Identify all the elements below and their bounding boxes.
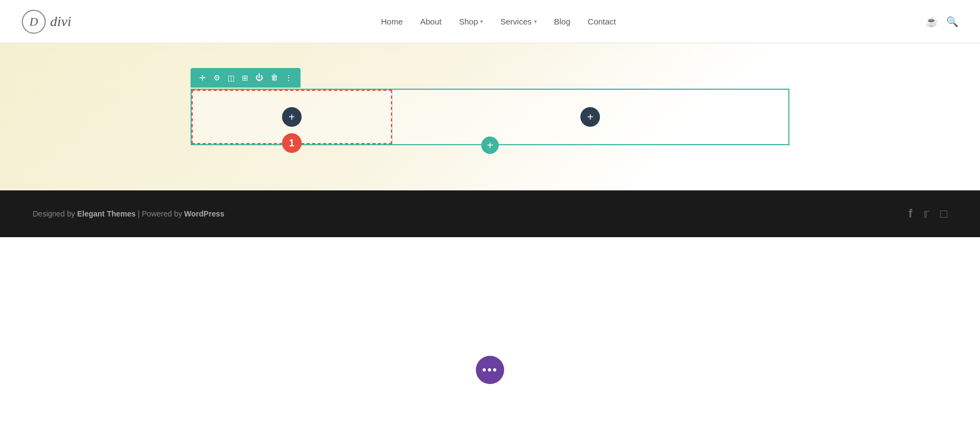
- header: D divi Home About Shop ▾ Services ▾ Blog…: [0, 0, 980, 44]
- nav-services[interactable]: Services ▾: [500, 17, 537, 26]
- elegant-themes-link[interactable]: Elegant Themes: [77, 209, 136, 218]
- nav-about[interactable]: About: [420, 17, 442, 26]
- add-row-button[interactable]: +: [481, 137, 499, 154]
- shop-chevron-icon: ▾: [480, 18, 483, 24]
- instagram-icon[interactable]: □: [940, 207, 947, 221]
- logo-text: divi: [50, 14, 71, 30]
- footer-text: Designed by Elegant Themes | Powered by …: [33, 209, 224, 218]
- column-left[interactable]: + 1: [192, 90, 392, 144]
- bottom-area: •••: [0, 237, 980, 400]
- step-badge: 1: [282, 133, 302, 153]
- header-divider: [0, 42, 980, 43]
- header-icons: ☕ 🔍: [926, 16, 958, 28]
- logo-icon: D: [22, 10, 46, 34]
- delete-icon[interactable]: 🗑: [268, 71, 281, 84]
- search-icon[interactable]: 🔍: [946, 16, 958, 28]
- main-nav: Home About Shop ▾ Services ▾ Blog Contac…: [381, 17, 616, 26]
- wordpress-link[interactable]: WordPress: [184, 209, 224, 218]
- fab-button[interactable]: •••: [476, 356, 504, 384]
- more-icon[interactable]: ⋮: [282, 71, 295, 84]
- cart-icon[interactable]: ☕: [926, 16, 938, 28]
- twitter-icon[interactable]: 𝕣: [923, 207, 929, 221]
- row-toolbar: ✛ ⚙ ◫ ⊞ ⏻ 🗑 ⋮: [191, 68, 301, 88]
- footer-social-icons: f 𝕣 □: [908, 207, 947, 221]
- nav-shop[interactable]: Shop ▾: [459, 17, 483, 26]
- column-right[interactable]: +: [392, 90, 788, 144]
- footer: Designed by Elegant Themes | Powered by …: [0, 190, 980, 237]
- nav-blog[interactable]: Blog: [554, 17, 571, 26]
- power-icon[interactable]: ⏻: [253, 71, 266, 84]
- services-chevron-icon: ▾: [534, 18, 537, 24]
- add-module-right-button[interactable]: +: [580, 107, 600, 127]
- main-content: ✛ ⚙ ◫ ⊞ ⏻ 🗑 ⋮ + 1 +: [0, 44, 980, 190]
- move-icon[interactable]: ✛: [196, 71, 209, 84]
- builder-row: ✛ ⚙ ◫ ⊞ ⏻ 🗑 ⋮ + 1 +: [191, 89, 789, 145]
- nav-contact[interactable]: Contact: [588, 17, 616, 26]
- duplicate-icon[interactable]: ◫: [224, 71, 237, 84]
- facebook-icon[interactable]: f: [908, 207, 912, 221]
- nav-home[interactable]: Home: [381, 17, 403, 26]
- logo[interactable]: D divi: [22, 10, 71, 34]
- settings-icon[interactable]: ⚙: [210, 71, 223, 84]
- add-module-left-button[interactable]: +: [282, 107, 302, 127]
- grid-icon[interactable]: ⊞: [238, 71, 252, 84]
